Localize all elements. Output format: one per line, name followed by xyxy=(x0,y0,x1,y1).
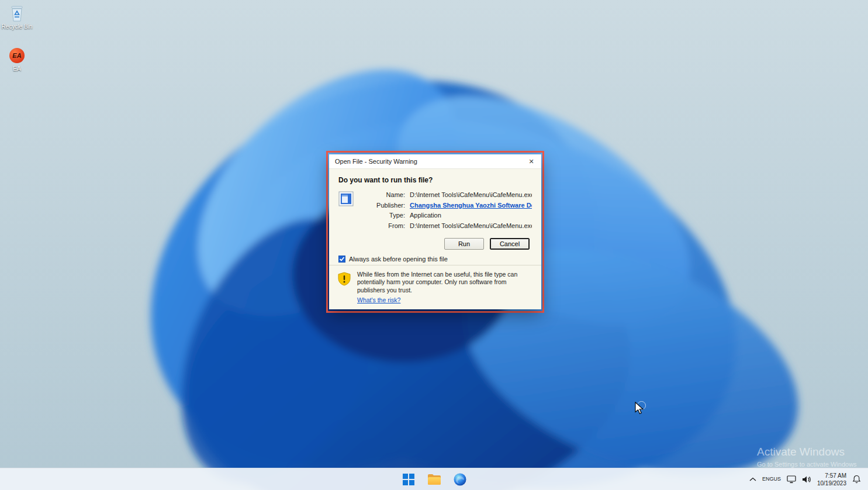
start-button[interactable] xyxy=(400,471,417,488)
field-value: D:\Internet Tools\iCafeMenu\iCafeMenu.ex… xyxy=(410,190,532,201)
field-label: Name: xyxy=(359,190,405,201)
desktop: Recycle Bin EA EA Open File - Security W… xyxy=(0,0,868,490)
desktop-icon-label: Recycle Bin xyxy=(2,23,33,30)
field-publisher: Publisher: Changsha Shenghua Yaozhi Soft… xyxy=(359,201,532,211)
cancel-button[interactable]: Cancel xyxy=(490,238,530,250)
ea-app-icon: EA xyxy=(9,47,25,64)
language-line1: ENG xyxy=(762,476,774,482)
open-file-security-warning-dialog: Open File - Security Warning ✕ Do you wa… xyxy=(329,154,541,309)
field-name: Name: D:\Internet Tools\iCafeMenu\iCafeM… xyxy=(359,190,532,201)
dialog-title: Open File - Security Warning xyxy=(335,158,526,165)
taskbar: ENG US 7:57 AM 10/19/2023 xyxy=(0,468,868,490)
clock-time: 7:57 AM xyxy=(825,472,846,479)
desktop-icon-recycle-bin[interactable]: Recycle Bin xyxy=(0,5,34,30)
field-value: Application xyxy=(410,211,532,221)
close-icon[interactable]: ✕ xyxy=(526,156,537,167)
run-button[interactable]: Run xyxy=(444,238,484,250)
clock-date: 10/19/2023 xyxy=(817,479,846,487)
language-line2: US xyxy=(773,476,781,482)
field-type: Type: Application xyxy=(359,211,532,221)
whats-the-risk-link[interactable]: What's the risk? xyxy=(357,296,400,305)
field-label: Publisher: xyxy=(359,201,405,211)
notification-bell-icon[interactable] xyxy=(852,475,861,484)
warning-text: While files from the Internet can be use… xyxy=(357,271,517,294)
warning-text-block: While files from the Internet can be use… xyxy=(357,271,532,305)
edge-browser-icon[interactable] xyxy=(451,471,469,488)
dialog-buttons: Run Cancel xyxy=(338,238,532,250)
warning-shield-icon xyxy=(337,272,351,286)
checkbox-label: Always ask before opening this file xyxy=(349,256,448,263)
field-label: From: xyxy=(359,221,405,232)
file-info: Name: D:\Internet Tools\iCafeMenu\iCafeM… xyxy=(338,190,532,231)
field-from: From: D:\Internet Tools\iCafeMenu\iCafeM… xyxy=(359,221,532,232)
svg-text:EA: EA xyxy=(12,52,21,59)
annotation-highlight-box: Open File - Security Warning ✕ Do you wa… xyxy=(326,151,544,313)
file-explorer-icon[interactable] xyxy=(426,471,443,488)
system-tray: ENG US 7:57 AM 10/19/2023 xyxy=(742,468,868,490)
desktop-icon-label: EA xyxy=(13,65,20,72)
clock[interactable]: 7:57 AM 10/19/2023 xyxy=(817,472,846,487)
application-icon xyxy=(338,191,354,206)
dialog-titlebar[interactable]: Open File - Security Warning ✕ xyxy=(329,154,541,169)
file-fields: Name: D:\Internet Tools\iCafeMenu\iCafeM… xyxy=(359,190,532,231)
language-indicator[interactable]: ENG US xyxy=(762,476,781,482)
volume-icon[interactable] xyxy=(802,475,811,484)
warning-section: While files from the Internet can be use… xyxy=(329,265,541,309)
always-ask-checkbox-row[interactable]: Always ask before opening this file xyxy=(338,256,532,263)
field-label: Type: xyxy=(359,211,405,221)
publisher-link[interactable]: Changsha Shenghua Yaozhi Software Develo… xyxy=(410,201,532,211)
checkbox-checked-icon[interactable] xyxy=(338,256,345,263)
dialog-question: Do you want to run this file? xyxy=(338,176,532,184)
network-icon[interactable] xyxy=(787,475,796,484)
tray-chevron-icon[interactable] xyxy=(749,477,756,482)
desktop-icon-ea[interactable]: EA EA xyxy=(0,47,34,72)
taskbar-center xyxy=(0,468,868,490)
field-value: D:\Internet Tools\iCafeMenu\iCafeMenu.ex… xyxy=(410,221,532,232)
dialog-body: Do you want to run this file? Name: xyxy=(329,169,541,265)
recycle-bin-icon xyxy=(9,5,25,22)
